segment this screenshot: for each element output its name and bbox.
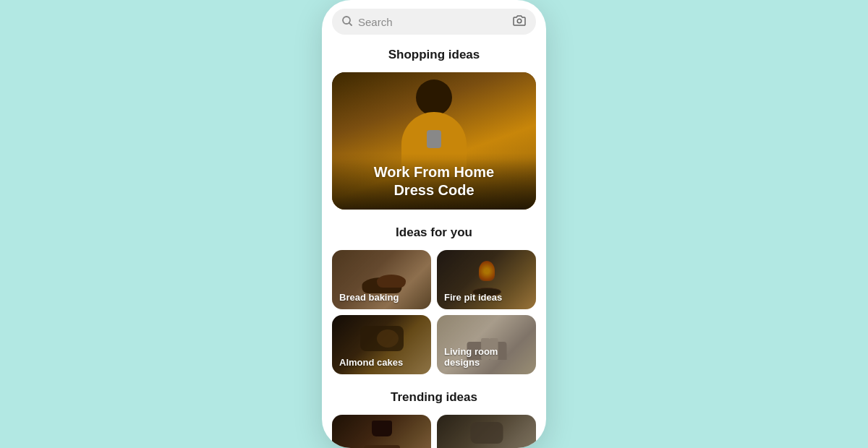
search-placeholder: Search <box>358 16 507 28</box>
scroll-area[interactable]: Search Shopping ideas Work From <box>322 0 546 448</box>
trending-grid: Coffee recipes Spa day at home <box>332 415 536 448</box>
bread-baking-label: Bread baking <box>339 292 399 303</box>
idea-card-living-room[interactable]: Living room designs <box>437 315 536 374</box>
bread-baking-overlay: Bread baking <box>332 250 431 309</box>
living-room-label: Living room designs <box>444 346 529 369</box>
trend-card-coffee[interactable]: Coffee recipes <box>332 415 431 448</box>
ideas-section-title: Ideas for you <box>332 225 536 240</box>
almond-cakes-label: Almond cakes <box>339 357 403 369</box>
ideas-grid: Bread baking Fire pit ideas <box>332 250 536 374</box>
phone-frame: Search Shopping ideas Work From <box>322 0 546 448</box>
fire-pit-overlay: Fire pit ideas <box>437 250 536 309</box>
svg-line-1 <box>349 22 352 25</box>
almond-cakes-overlay: Almond cakes <box>332 315 431 374</box>
idea-card-fire-pit[interactable]: Fire pit ideas <box>437 250 536 309</box>
fire-pit-label: Fire pit ideas <box>444 292 502 303</box>
trend-card-spa[interactable]: Spa day at home <box>437 415 536 448</box>
idea-card-bread-baking[interactable]: Bread baking <box>332 250 431 309</box>
trending-section-title: Trending ideas <box>332 390 536 405</box>
featured-card-title: Work From Home Dress Code <box>344 163 524 199</box>
shopping-section-title: Shopping ideas <box>332 48 536 62</box>
person-head-shape <box>416 79 452 116</box>
spa-overlay: Spa day at home <box>437 415 536 448</box>
featured-card[interactable]: Work From Home Dress Code <box>332 72 536 210</box>
coffee-overlay: Coffee recipes <box>332 415 431 448</box>
featured-card-text-overlay: Work From Home Dress Code <box>332 153 536 210</box>
idea-card-almond-cakes[interactable]: Almond cakes <box>332 315 431 374</box>
svg-point-2 <box>517 19 522 23</box>
camera-icon[interactable] <box>513 14 526 29</box>
living-room-overlay: Living room designs <box>437 315 536 374</box>
mug-shape <box>427 130 441 148</box>
search-icon <box>342 16 352 28</box>
search-bar[interactable]: Search <box>332 9 536 35</box>
